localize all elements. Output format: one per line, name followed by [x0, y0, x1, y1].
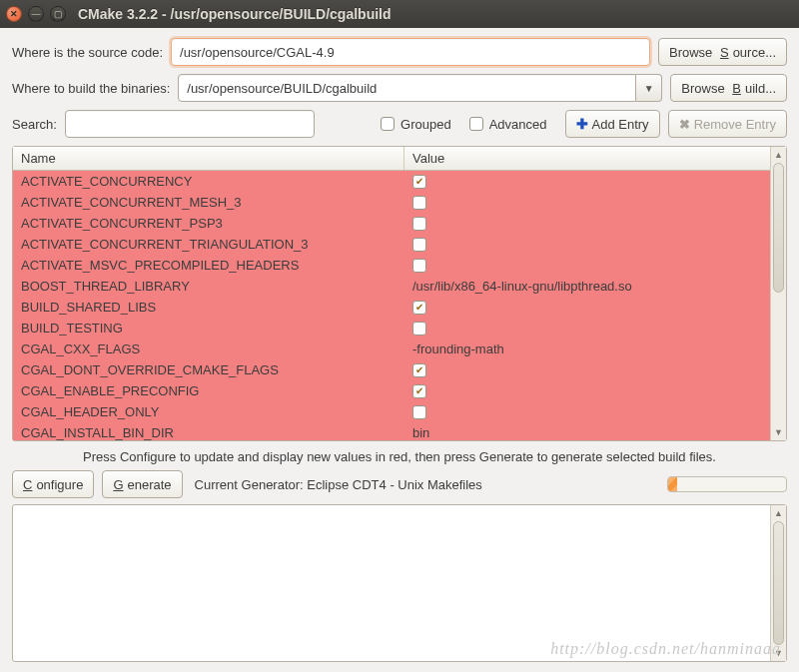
close-icon: ✕: [10, 10, 18, 19]
cell-value[interactable]: [404, 301, 770, 315]
grouped-box: [381, 117, 395, 131]
table-row[interactable]: BUILD_SHARED_LIBS: [13, 297, 770, 318]
chevron-down-icon: ▼: [644, 83, 654, 94]
table-row[interactable]: BUILD_TESTING: [13, 318, 770, 338]
cell-value[interactable]: [404, 196, 770, 210]
value-checkbox[interactable]: [412, 238, 426, 252]
cell-value[interactable]: [404, 363, 770, 377]
cell-value[interactable]: [404, 217, 770, 231]
grouped-label: Grouped: [400, 117, 451, 132]
table-row[interactable]: ACTIVATE_CONCURRENCY: [13, 171, 770, 192]
cell-value[interactable]: [404, 405, 770, 419]
build-path-input[interactable]: [178, 74, 636, 102]
scroll-up-icon: ▲: [771, 147, 786, 163]
configure-button[interactable]: Configure: [12, 470, 94, 498]
cell-value[interactable]: [404, 384, 770, 398]
table-body: ACTIVATE_CONCURRENCYACTIVATE_CONCURRENT_…: [13, 171, 770, 440]
maximize-icon: ▢: [54, 10, 63, 19]
value-checkbox[interactable]: [412, 363, 426, 377]
cell-name: CGAL_INSTALL_BIN_DIR: [13, 425, 404, 440]
build-path-combo[interactable]: ▼: [178, 74, 662, 102]
hint-text: Press Configure to update and display ne…: [12, 441, 787, 470]
action-row: Configure Generate Current Generator: Ec…: [12, 470, 787, 498]
toolbar-row: Search: Grouped Advanced ✚ Add Entry ✖ R…: [12, 110, 787, 138]
table-row[interactable]: ACTIVATE_MSVC_PRECOMPILED_HEADERS: [13, 255, 770, 276]
scroll-down-icon: ▼: [771, 645, 786, 661]
table-row[interactable]: CGAL_HEADER_ONLY: [13, 401, 770, 422]
output-scrollbar[interactable]: ▲ ▼: [770, 505, 786, 661]
remove-entry-button[interactable]: ✖ Remove Entry: [668, 110, 787, 138]
content-area: Where is the source code: Browse Source.…: [0, 28, 799, 672]
advanced-box: [469, 117, 483, 131]
table-row[interactable]: ACTIVATE_CONCURRENT_PSP3: [13, 213, 770, 234]
cell-value[interactable]: [404, 322, 770, 336]
cell-value[interactable]: [404, 259, 770, 273]
progress-fill: [668, 477, 677, 491]
plus-icon: ✚: [576, 117, 588, 131]
browse-source-button[interactable]: Browse Source...: [658, 38, 787, 66]
cell-name: ACTIVATE_CONCURRENCY: [13, 174, 404, 189]
scroll-down-icon: ▼: [771, 424, 786, 440]
value-checkbox[interactable]: [412, 259, 426, 273]
browse-build-button[interactable]: Browse Build...: [670, 74, 787, 102]
generate-button[interactable]: Generate: [102, 470, 182, 498]
output-text[interactable]: [13, 505, 770, 661]
generator-label: Current Generator: Eclipse CDT4 - Unix M…: [195, 477, 482, 492]
window-minimize-button[interactable]: —: [28, 6, 44, 22]
minimize-icon: —: [32, 10, 41, 19]
cell-name: CGAL_HEADER_ONLY: [13, 404, 404, 419]
search-input[interactable]: [65, 110, 315, 138]
advanced-label: Advanced: [489, 117, 547, 132]
cell-name: CGAL_DONT_OVERRIDE_CMAKE_FLAGS: [13, 362, 404, 377]
window-close-button[interactable]: ✕: [6, 6, 22, 22]
cell-name: ACTIVATE_CONCURRENT_PSP3: [13, 216, 404, 231]
source-path-input[interactable]: [171, 38, 650, 66]
build-row: Where to build the binaries: ▼ Browse Bu…: [12, 74, 787, 102]
value-checkbox[interactable]: [412, 405, 426, 419]
value-checkbox[interactable]: [412, 322, 426, 336]
cache-table: Name Value ACTIVATE_CONCURRENCYACTIVATE_…: [12, 146, 787, 441]
value-checkbox[interactable]: [412, 196, 426, 210]
search-label: Search:: [12, 117, 57, 132]
window-title: CMake 3.2.2 - /usr/opensource/BUILD/cgal…: [78, 6, 392, 22]
source-label: Where is the source code:: [12, 45, 163, 60]
value-checkbox[interactable]: [412, 217, 426, 231]
output-pane: ▲ ▼: [12, 504, 787, 662]
table-row[interactable]: CGAL_DONT_OVERRIDE_CMAKE_FLAGS: [13, 359, 770, 380]
cell-name: BUILD_SHARED_LIBS: [13, 300, 404, 315]
cell-value[interactable]: [404, 175, 770, 189]
cell-name: BOOST_THREAD_LIBRARY: [13, 279, 404, 294]
title-bar: ✕ — ▢ CMake 3.2.2 - /usr/opensource/BUIL…: [0, 0, 799, 28]
cell-value[interactable]: /usr/lib/x86_64-linux-gnu/libpthread.so: [404, 279, 770, 294]
col-value-header[interactable]: Value: [404, 147, 770, 170]
add-entry-button[interactable]: ✚ Add Entry: [565, 110, 660, 138]
value-checkbox[interactable]: [412, 384, 426, 398]
build-path-dropdown[interactable]: ▼: [636, 74, 662, 102]
table-scrollbar[interactable]: ▲ ▼: [770, 147, 786, 440]
col-name-header[interactable]: Name: [13, 147, 404, 170]
table-row[interactable]: ACTIVATE_CONCURRENT_MESH_3: [13, 192, 770, 213]
cell-name: BUILD_TESTING: [13, 321, 404, 336]
cell-name: ACTIVATE_CONCURRENT_MESH_3: [13, 195, 404, 210]
value-checkbox[interactable]: [412, 175, 426, 189]
cell-value[interactable]: bin: [404, 425, 770, 440]
table-row[interactable]: CGAL_INSTALL_BIN_DIRbin: [13, 422, 770, 440]
cell-name: ACTIVATE_CONCURRENT_TRIANGULATION_3: [13, 237, 404, 252]
scroll-thumb[interactable]: [773, 163, 784, 293]
grouped-checkbox[interactable]: Grouped: [381, 117, 451, 132]
table-row[interactable]: CGAL_CXX_FLAGS-frounding-math: [13, 338, 770, 359]
scroll-thumb[interactable]: [773, 521, 784, 645]
progress-bar: [667, 476, 787, 492]
source-row: Where is the source code: Browse Source.…: [12, 38, 787, 66]
value-checkbox[interactable]: [412, 301, 426, 315]
table-row[interactable]: ACTIVATE_CONCURRENT_TRIANGULATION_3: [13, 234, 770, 255]
table-row[interactable]: BOOST_THREAD_LIBRARY/usr/lib/x86_64-linu…: [13, 276, 770, 297]
cell-value[interactable]: -frounding-math: [404, 341, 770, 356]
cell-value[interactable]: [404, 238, 770, 252]
cell-name: ACTIVATE_MSVC_PRECOMPILED_HEADERS: [13, 258, 404, 273]
table-row[interactable]: CGAL_ENABLE_PRECONFIG: [13, 380, 770, 401]
window-maximize-button[interactable]: ▢: [50, 6, 66, 22]
advanced-checkbox[interactable]: Advanced: [469, 117, 547, 132]
build-label: Where to build the binaries:: [12, 81, 170, 96]
cell-name: CGAL_ENABLE_PRECONFIG: [13, 383, 404, 398]
